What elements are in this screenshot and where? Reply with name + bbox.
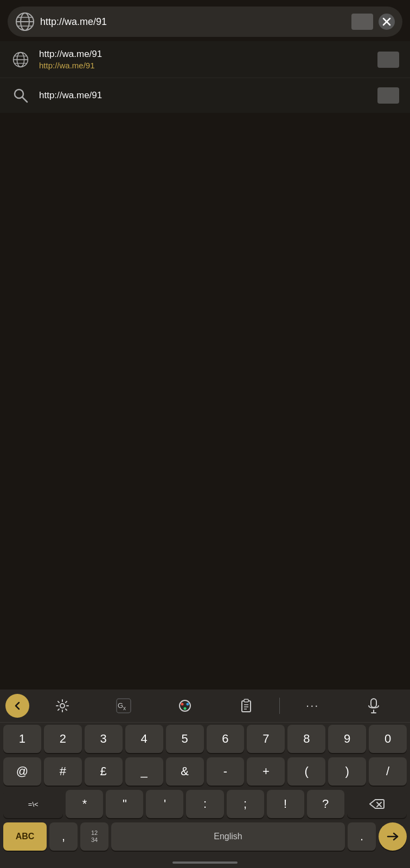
key-ampersand[interactable]: & — [166, 757, 204, 786]
toolbar-clipboard-button[interactable] — [216, 694, 277, 718]
key-1[interactable]: 1 — [3, 725, 41, 753]
key-single-quote[interactable]: ' — [146, 790, 183, 818]
suggestion-search-icon-2 — [11, 86, 30, 105]
suggestion-main-text-2: http://wa.me/91 — [39, 90, 369, 101]
home-bar — [172, 861, 238, 864]
suggestion-content-2: http://wa.me/91 — [39, 90, 369, 101]
suggestion-sub-text-1: http://wa.me/91 — [39, 61, 369, 70]
url-text[interactable]: http://wa.me/91 — [40, 16, 346, 28]
key-enter[interactable] — [379, 822, 407, 851]
suggestion-thumbnail-1 — [377, 52, 399, 68]
toolbar-divider — [279, 698, 280, 714]
key-exclaim[interactable]: ! — [267, 790, 304, 818]
key-underscore[interactable]: _ — [125, 757, 163, 786]
suggestion-item-1[interactable]: http://wa.me/91 http://wa.me/91 — [0, 41, 410, 78]
key-hash[interactable]: # — [44, 757, 82, 786]
symbol-row-2: =\< * " ' : ; ! ? — [0, 788, 410, 820]
key-backspace[interactable] — [347, 790, 407, 818]
suggestion-item-2[interactable]: http://wa.me/91 — [0, 78, 410, 113]
toolbar-translate-button[interactable]: G x — [93, 694, 154, 718]
globe-icon — [15, 12, 35, 31]
key-abc[interactable]: ABC — [3, 822, 47, 851]
key-plus[interactable]: + — [247, 757, 285, 786]
key-space[interactable]: English — [111, 822, 345, 851]
symbol-row-1: @ # £ _ & - + ( ) / — [0, 755, 410, 788]
svg-line-13 — [22, 97, 27, 102]
key-period[interactable]: . — [348, 822, 376, 851]
suggestion-globe-icon-1 — [11, 50, 30, 69]
toolbar-back-button[interactable] — [5, 694, 29, 718]
key-close-paren[interactable]: ) — [328, 757, 366, 786]
address-bar-container: http://wa.me/91 — [0, 0, 410, 41]
key-asterisk[interactable]: * — [66, 790, 103, 818]
toolbar-mic-button[interactable] — [343, 694, 405, 718]
suggestion-thumbnail-2 — [377, 87, 399, 104]
keyboard-toolbar: G x ··· — [0, 690, 410, 723]
key-double-quote[interactable]: " — [106, 790, 143, 818]
clear-button[interactable] — [379, 14, 395, 30]
svg-rect-23 — [244, 699, 248, 702]
key-2[interactable]: 2 — [44, 725, 82, 753]
close-icon — [382, 17, 391, 26]
svg-point-14 — [60, 704, 65, 708]
key-more-symbols[interactable]: =\< — [3, 790, 63, 818]
address-bar[interactable]: http://wa.me/91 — [8, 7, 402, 37]
svg-point-20 — [186, 703, 189, 706]
svg-rect-22 — [242, 701, 251, 712]
key-colon[interactable]: : — [186, 790, 223, 818]
svg-text:G: G — [118, 701, 123, 710]
key-numbers[interactable]: 12 34 — [80, 822, 108, 851]
bottom-row: ABC , 12 34 English . — [0, 820, 410, 857]
abc-label: ABC — [16, 832, 35, 841]
key-comma[interactable]: , — [49, 822, 78, 851]
space-label: English — [214, 832, 242, 841]
key-semicolon[interactable]: ; — [227, 790, 264, 818]
key-at[interactable]: @ — [3, 757, 41, 786]
key-minus[interactable]: - — [207, 757, 245, 786]
key-0[interactable]: 0 — [369, 725, 407, 753]
number-row: 1 2 3 4 5 6 7 8 9 0 — [0, 723, 410, 755]
svg-point-21 — [183, 707, 186, 710]
key-7[interactable]: 7 — [247, 725, 285, 753]
main-content — [0, 113, 410, 471]
svg-rect-27 — [371, 699, 376, 707]
toolbar-settings-button[interactable] — [31, 694, 93, 718]
key-8[interactable]: 8 — [287, 725, 325, 753]
key-9[interactable]: 9 — [328, 725, 366, 753]
suggestions-dropdown: http://wa.me/91 http://wa.me/91 http://w… — [0, 41, 410, 113]
key-question[interactable]: ? — [307, 790, 344, 818]
key-5[interactable]: 5 — [166, 725, 204, 753]
key-6[interactable]: 6 — [207, 725, 245, 753]
favicon — [351, 14, 373, 30]
suggestion-content-1: http://wa.me/91 http://wa.me/91 — [39, 49, 369, 70]
key-slash[interactable]: / — [369, 757, 407, 786]
svg-text:x: x — [123, 705, 126, 711]
suggestion-main-text-1: http://wa.me/91 — [39, 49, 369, 60]
svg-point-19 — [181, 703, 183, 706]
key-pound[interactable]: £ — [85, 757, 123, 786]
key-3[interactable]: 3 — [85, 725, 123, 753]
toolbar-theme-button[interactable] — [154, 694, 215, 718]
toolbar-more-button[interactable]: ··· — [282, 694, 343, 718]
key-4[interactable]: 4 — [125, 725, 163, 753]
keyboard: G x ··· — [0, 690, 410, 868]
home-indicator — [0, 857, 410, 868]
key-open-paren[interactable]: ( — [287, 757, 325, 786]
